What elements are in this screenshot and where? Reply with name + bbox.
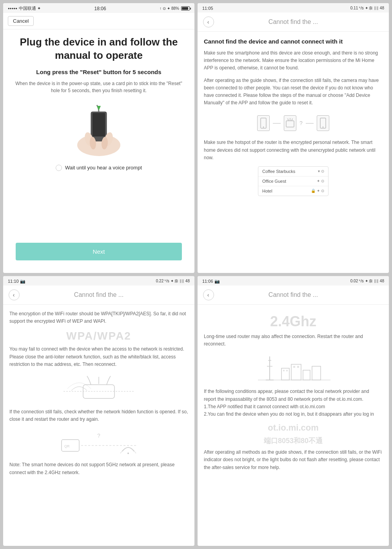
router-illustration <box>9 373 188 404</box>
voice-prompt-label: Wait until you hear a voice prompt <box>65 165 142 171</box>
hidden-net-illustration: QR ? <box>9 428 188 457</box>
domain-illustration: ot.io.mi.com <box>204 423 383 433</box>
city-illustration <box>204 353 383 384</box>
svg-point-9 <box>263 127 264 128</box>
wifi-name-1: Coffee Starbucks <box>262 169 295 174</box>
svg-text:?: ? <box>97 433 100 439</box>
wifi-item-1: Coffee Starbucks ▾ ⊙ <box>258 167 328 176</box>
help-para3-4: Note: The smart home devices do not supp… <box>9 461 188 476</box>
screen1-description: When the device is in the power-up state… <box>13 80 185 94</box>
voice-prompt-radio[interactable] <box>56 165 62 171</box>
back-button-4[interactable]: ‹ <box>203 289 214 300</box>
device-illustration <box>67 102 130 157</box>
svg-rect-10 <box>286 121 294 127</box>
status-right-4: 0.02 ᵏ/s ✦ 奈 ‖‖ 48 <box>350 278 384 284</box>
port-illustration: 端口8053和80不通 <box>204 436 383 445</box>
help-title-4: Cannot find the ... <box>219 291 368 298</box>
carrier-name: 中国联通 ✦ <box>19 5 41 11</box>
help-title-3: Cannot find the ... <box>24 291 173 298</box>
help-para2-1: Make sure the smartphone and this device… <box>204 49 383 72</box>
section-title-2: Cannot find the device and cannot connec… <box>204 37 383 45</box>
wifi-icons-1: ▾ ⊙ <box>318 169 324 173</box>
conn-line-1 <box>273 123 281 124</box>
help-title-2: Cannot find the ... <box>219 18 368 25</box>
time-1: 18:06 <box>94 6 106 11</box>
svg-marker-3 <box>97 106 101 111</box>
back-chevron-icon: ‹ <box>207 19 209 25</box>
help-para3-1: The encryption of the WiFi router should… <box>9 310 188 325</box>
screen1-content: Cancel Plug the device in and follow the… <box>3 13 194 273</box>
back-button-3[interactable]: ‹ <box>9 289 20 300</box>
status-right-2: 0.11 ᵏ/s ✦ 奈 ‖‖ 48 <box>350 5 384 11</box>
status-bar-2: 11:05 0.11 ᵏ/s ✦ 奈 ‖‖ 48 <box>198 3 389 13</box>
screen1-subtitle: Long press the "Reset" button for 5 seco… <box>36 69 161 75</box>
status-bar-3: 11:10 📷 0.22 ᵏ/s ✦ 奈 ‖‖ 48 <box>3 276 194 285</box>
svg-point-15 <box>322 127 323 128</box>
time-2: 11:05 <box>202 6 213 11</box>
cancel-bar: Cancel <box>3 13 194 29</box>
svg-rect-16 <box>83 385 114 398</box>
status-left-1: ●●●●● 中国联通 ✦ <box>8 5 41 11</box>
help-para3-3: If the connection still fails, check whe… <box>9 408 188 423</box>
help-body-2: Cannot find the device and cannot connec… <box>198 32 389 273</box>
wifi-name-3: Hotel <box>262 189 272 193</box>
screen-2: 11:05 0.11 ᵏ/s ✦ 奈 ‖‖ 48 ‹ Cannot find t… <box>198 3 389 273</box>
conn-box-device <box>317 115 329 131</box>
wifi-icons-2: ✦ ⊙ <box>317 179 324 183</box>
status-right-1: ↑ ⊙ ✦ 88% <box>160 6 190 11</box>
svg-rect-2 <box>93 113 105 136</box>
next-btn-container: Next <box>13 243 185 267</box>
question-mark: ? <box>299 120 303 126</box>
screen-3: 11:10 📷 0.22 ᵏ/s ✦ 奈 ‖‖ 48 ‹ Cannot find… <box>3 276 194 546</box>
conn-box-phone <box>257 115 270 131</box>
svg-rect-30 <box>312 366 321 380</box>
back-button-2[interactable]: ‹ <box>203 16 214 27</box>
help-body-3: The encryption of the WiFi router should… <box>3 305 194 546</box>
svg-text:QR: QR <box>64 444 70 448</box>
wifi-list: Coffee Starbucks ▾ ⊙ Office Guest ✦ ⊙ Ho… <box>258 166 328 196</box>
help-body-4: 2.4Ghz Long-time used router may also af… <box>198 305 389 546</box>
svg-rect-34 <box>297 366 299 368</box>
help-para4-2: If the following conditions appear, plea… <box>204 388 383 418</box>
status-right-3: 0.22 ᵏ/s ✦ 奈 ‖‖ 48 <box>156 278 190 284</box>
back-chevron-icon-3: ‹ <box>13 292 15 298</box>
back-chevron-icon-4: ‹ <box>207 292 209 298</box>
help-para3-2: You may fail to connect with the device … <box>9 345 188 368</box>
wifi-icons-3: 🔒 ✦ ⊙ <box>311 189 324 193</box>
wpa-illustration: WPA/WPA2 <box>9 330 188 342</box>
status-bar-4: 11:06 📷 0.02 ᵏ/s ✦ 奈 ‖‖ 48 <box>198 276 389 285</box>
svg-line-11 <box>288 118 289 121</box>
help-para2-3: Make sure the hotspot of the router is t… <box>204 139 383 162</box>
screen1-body: Plug the device in and follow the manual… <box>3 29 194 273</box>
conn-box-router <box>284 115 296 131</box>
svg-rect-28 <box>291 364 301 380</box>
time-4: 11:06 📷 <box>202 279 220 284</box>
cancel-button[interactable]: Cancel <box>8 16 34 26</box>
next-button[interactable]: Next <box>16 243 182 260</box>
battery-icon <box>181 6 190 11</box>
help-header-3: ‹ Cannot find the ... <box>3 285 194 305</box>
time-3: 11:10 📷 <box>8 279 25 284</box>
help-header-4: ‹ Cannot find the ... <box>198 285 389 305</box>
svg-rect-33 <box>293 366 295 368</box>
screen1-title: Plug the device in and follow the manual… <box>13 36 185 62</box>
svg-rect-31 <box>283 370 285 371</box>
help-para4-1: Long-time used router may also affect th… <box>204 333 383 348</box>
wifi-item-2: Office Guest ✦ ⊙ <box>258 176 328 186</box>
connection-diagram: ? <box>204 111 383 135</box>
svg-point-21 <box>127 453 129 454</box>
svg-rect-29 <box>303 370 310 380</box>
status-bar-1: ●●●●● 中国联通 ✦ 18:06 ↑ ⊙ ✦ 88% <box>3 3 194 13</box>
wifi-item-3: Hotel 🔒 ✦ ⊙ <box>258 186 328 196</box>
svg-line-13 <box>292 118 292 121</box>
voice-prompt-row: Wait until you hear a voice prompt <box>56 165 142 171</box>
wifi-list-illustration: Coffee Starbucks ▾ ⊙ Office Guest ✦ ⊙ Ho… <box>204 166 383 196</box>
help-para2-2: After operating as the guide shows, if t… <box>204 77 383 107</box>
conn-line-2 <box>306 123 314 124</box>
svg-rect-32 <box>286 370 288 371</box>
wifi-name-2: Office Guest <box>262 179 286 184</box>
help-para4-3: After operating all methods as the guide… <box>204 449 383 471</box>
screen-1: ●●●●● 中国联通 ✦ 18:06 ↑ ⊙ ✦ 88% Cancel Plug… <box>3 3 194 273</box>
ghz-illustration: 2.4Ghz <box>204 313 383 330</box>
help-header-2: ‹ Cannot find the ... <box>198 13 389 32</box>
